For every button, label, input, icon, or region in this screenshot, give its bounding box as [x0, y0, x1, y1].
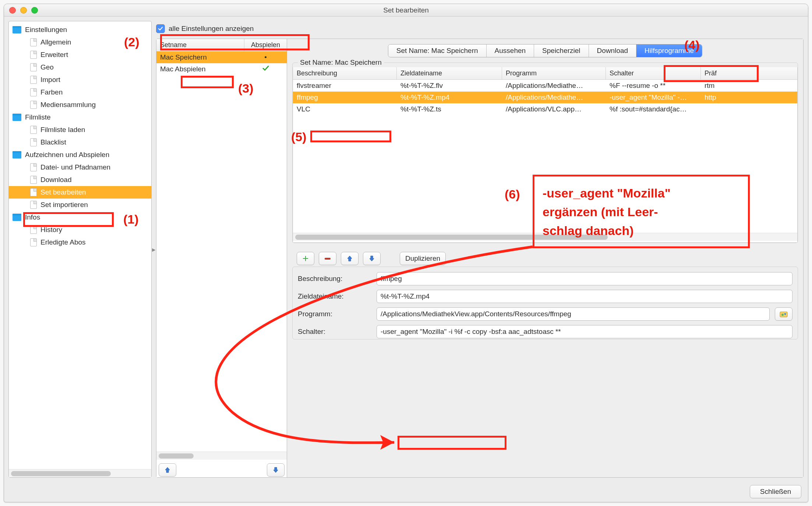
folder-icon: [13, 214, 21, 221]
show-all-checkbox[interactable]: [156, 24, 165, 33]
program-table-header: Beschreibung Zieldateiname Programm Scha…: [293, 67, 797, 80]
tree-label: History: [40, 226, 62, 234]
input-beschreibung[interactable]: ffmpeg: [377, 272, 792, 285]
tab-speicherziel[interactable]: Speicherziel: [534, 44, 589, 57]
input-schalter[interactable]: -user_agent "Mozilla" -i %f -c copy -bsf…: [377, 325, 792, 338]
set-row[interactable]: Mac Abspielen: [156, 63, 287, 75]
window-frame: Set bearbeiten Einstellungen Allgemein E…: [4, 4, 808, 502]
tree-label: Infos: [25, 213, 40, 221]
col-abspielen[interactable]: Abspielen: [244, 39, 287, 51]
col-programm[interactable]: Programm: [502, 67, 606, 79]
splitter-handle[interactable]: ▸: [152, 18, 156, 481]
file-icon: [30, 88, 37, 96]
move-set-down-button[interactable]: [267, 463, 285, 477]
tree-label: Filmliste laden: [40, 126, 85, 134]
tree-item[interactable]: Erweitert: [9, 49, 151, 61]
show-all-label: alle Einstellungen anzeigen: [169, 25, 254, 33]
tree-group-aufzeichnen[interactable]: Aufzeichnen und Abspielen: [9, 149, 151, 161]
tree-item[interactable]: Mediensammlung: [9, 99, 151, 111]
program-row[interactable]: flvstreamer %t-%T-%Z.flv /Applications/M…: [293, 80, 797, 92]
svg-point-2: [781, 314, 784, 316]
file-icon: [30, 38, 37, 46]
set-detail-panel: Set Name: Mac Speichern Aussehen Speiche…: [287, 39, 803, 477]
move-set-up-button[interactable]: [159, 463, 176, 477]
set-row[interactable]: Mac Speichern •: [156, 51, 287, 63]
sidebar-scrollbar[interactable]: [9, 469, 151, 477]
tree-item[interactable]: Import: [9, 74, 151, 86]
arrow-down-icon: [368, 255, 375, 262]
input-zieldateiname[interactable]: %t-%T-%Z.mp4: [377, 290, 792, 303]
tree-label: Mediensammlung: [40, 101, 96, 109]
tree-label: Import: [40, 76, 60, 84]
program-row-ffmpeg[interactable]: ffmpeg %t-%T-%Z.mp4 /Applications/Mediat…: [293, 92, 797, 103]
tree-item[interactable]: Farben: [9, 86, 151, 99]
window-controls: [9, 7, 38, 14]
set-list-header: Setname Abspielen: [156, 39, 287, 51]
col-setname[interactable]: Setname: [156, 39, 244, 51]
tree-label: Allgemein: [40, 38, 71, 46]
remove-program-button[interactable]: [319, 252, 336, 265]
tree-item[interactable]: Allgemein: [9, 36, 151, 49]
setlist-scrollbar[interactable]: [156, 452, 287, 460]
tree-label: Geo: [40, 63, 54, 71]
tree-label: Blacklist: [40, 138, 66, 146]
tab-setname[interactable]: Set Name: Mac Speichern: [388, 44, 487, 57]
folder-icon: [13, 114, 21, 121]
minimize-icon[interactable]: [20, 7, 27, 14]
file-icon: [30, 126, 37, 134]
browse-icon: [780, 311, 788, 317]
col-praef[interactable]: Präf: [701, 67, 797, 79]
move-program-up-button[interactable]: [341, 252, 359, 265]
move-program-down-button[interactable]: [363, 252, 381, 265]
tree-label: Datei- und Pfadnamen: [40, 163, 110, 171]
file-icon: [30, 226, 37, 234]
tree-item[interactable]: Download: [9, 174, 151, 186]
tree-item[interactable]: Blacklist: [9, 136, 151, 149]
file-icon: [30, 51, 37, 59]
file-icon: [30, 188, 37, 196]
tab-hilfsprogramme[interactable]: Hilfsprogramme: [636, 44, 702, 57]
browse-program-button[interactable]: [775, 307, 792, 321]
file-icon: [30, 76, 37, 84]
tree-item-set-bearbeiten[interactable]: Set bearbeiten: [9, 186, 151, 199]
program-table-group: Set Name: Mac Speichern Beschreibung Zie…: [292, 63, 798, 243]
add-program-button[interactable]: [297, 252, 314, 265]
svg-rect-0: [325, 258, 331, 260]
tree-group-einstellungen[interactable]: Einstellungen: [9, 24, 151, 36]
footer: Schließen: [6, 482, 806, 498]
tree-label: Filmliste: [25, 113, 51, 121]
col-beschreibung[interactable]: Beschreibung: [293, 67, 397, 79]
file-icon: [30, 138, 37, 146]
input-programm[interactable]: /Applications/MediathekView.app/Contents…: [377, 307, 770, 321]
folder-icon: [13, 151, 21, 158]
file-icon: [30, 176, 37, 184]
tree-item[interactable]: Erledigte Abos: [9, 236, 151, 249]
tree-item[interactable]: Datei- und Pfadnamen: [9, 161, 151, 174]
top-options-row: alle Einstellungen anzeigen: [156, 21, 804, 39]
tree-label: Set bearbeiten: [40, 188, 86, 196]
close-icon[interactable]: [9, 7, 16, 14]
tree-item[interactable]: Geo: [9, 61, 151, 74]
tree-group-infos[interactable]: Infos: [9, 211, 151, 224]
duplicate-button[interactable]: Duplizieren: [400, 252, 446, 265]
tree-group-filmliste[interactable]: Filmliste: [9, 111, 151, 124]
tree-item[interactable]: Set importieren: [9, 199, 151, 211]
program-row[interactable]: VLC %t-%T-%Z.ts /Applications/VLC.app… %…: [293, 103, 797, 115]
col-schalter[interactable]: Schalter: [606, 67, 701, 79]
tree-item[interactable]: Filmliste laden: [9, 124, 151, 136]
tree-label: Aufzeichnen und Abspielen: [25, 151, 109, 159]
tree-label: Farben: [40, 88, 63, 96]
tree-item[interactable]: History: [9, 224, 151, 236]
zoom-icon[interactable]: [31, 7, 38, 14]
svg-rect-1: [780, 312, 787, 317]
program-table-scrollbar[interactable]: [293, 233, 797, 241]
check-icon: [158, 26, 163, 32]
checkmark-icon: [262, 65, 269, 71]
col-zieldateiname[interactable]: Zieldateiname: [397, 67, 502, 79]
tab-aussehen[interactable]: Aussehen: [487, 44, 534, 57]
file-icon: [30, 163, 37, 171]
plus-icon: [302, 255, 309, 262]
tab-download[interactable]: Download: [589, 44, 637, 57]
arrow-up-icon: [164, 467, 171, 473]
close-button[interactable]: Schließen: [750, 485, 801, 498]
